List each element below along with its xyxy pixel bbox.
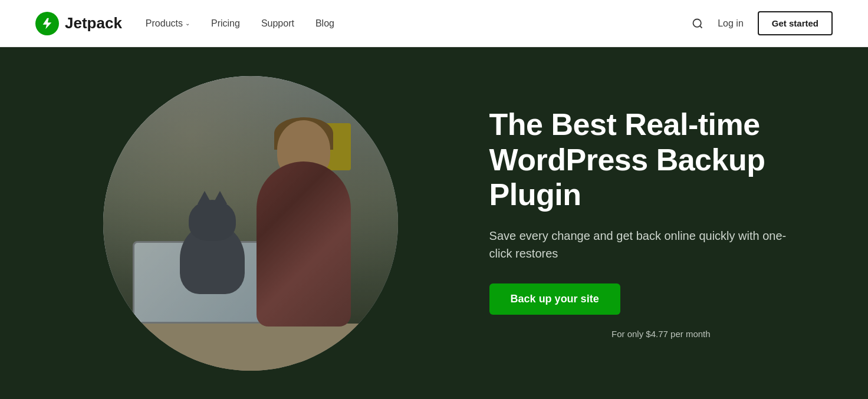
logo[interactable]: Jetpack	[35, 12, 122, 35]
cta-price-note: For only $4.77 per month	[489, 329, 833, 339]
nav-blog[interactable]: Blog	[315, 16, 334, 31]
login-link[interactable]: Log in	[718, 18, 744, 29]
hero-subtitle: Save every change and get back online qu…	[489, 227, 796, 262]
search-icon	[692, 18, 703, 29]
cta-button[interactable]: Back up your site	[489, 283, 620, 315]
search-button[interactable]	[692, 18, 703, 29]
jetpack-bolt-icon	[41, 17, 54, 30]
nav-pricing[interactable]: Pricing	[211, 16, 240, 31]
hero-title: The Best Real-time WordPress Backup Plug…	[489, 107, 833, 213]
main-nav: Products ⌄ Pricing Support Blog	[146, 16, 692, 31]
logo-text: Jetpack	[65, 14, 122, 32]
hero-circle-image	[103, 76, 398, 371]
header-actions: Log in Get started	[692, 11, 833, 35]
nav-support[interactable]: Support	[261, 16, 294, 31]
hero-section: The Best Real-time WordPress Backup Plug…	[0, 47, 868, 399]
get-started-button[interactable]: Get started	[758, 11, 833, 35]
products-chevron-icon: ⌄	[185, 20, 190, 27]
svg-line-1	[700, 25, 702, 28]
hero-content: The Best Real-time WordPress Backup Plug…	[478, 107, 868, 339]
hero-overlay	[103, 76, 398, 371]
logo-icon	[35, 12, 59, 35]
hero-image-area	[0, 47, 478, 399]
nav-products[interactable]: Products ⌄	[146, 16, 190, 31]
svg-point-0	[693, 19, 701, 27]
hero-scene	[103, 76, 398, 371]
